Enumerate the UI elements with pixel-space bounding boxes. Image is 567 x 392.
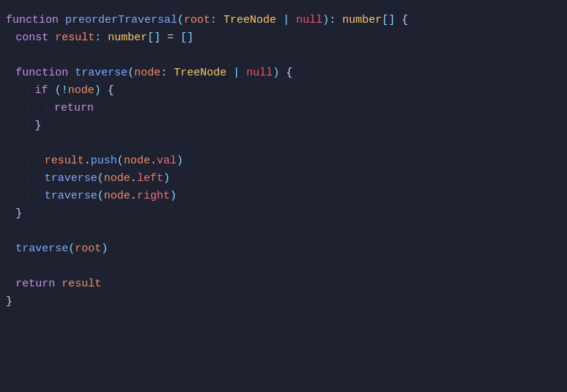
token-type-name: number bbox=[108, 29, 147, 47]
indent-dots: · · · bbox=[6, 85, 35, 98]
token-bracket: [] bbox=[147, 29, 160, 47]
code-line bbox=[0, 223, 567, 240]
code-line: · · · · · return bbox=[0, 100, 567, 117]
token-plain: { bbox=[279, 64, 292, 82]
code-line: · · · if (!node) { bbox=[0, 82, 567, 100]
token-plain: = bbox=[160, 29, 180, 47]
token-traverse-call: traverse bbox=[15, 240, 68, 258]
token-punct: : bbox=[160, 64, 174, 82]
token-prop: right bbox=[137, 188, 170, 205]
token-var-name: result bbox=[55, 29, 94, 47]
indent-dots: · · · bbox=[6, 120, 35, 133]
token-kw-function: function bbox=[6, 12, 59, 29]
code-line: · · · · traverse(node.right) bbox=[0, 188, 567, 205]
token-param-name: root bbox=[184, 12, 210, 29]
token-plain bbox=[48, 29, 55, 47]
token-prop: val bbox=[157, 152, 177, 170]
token-bracket: ( bbox=[127, 64, 134, 82]
code-line: · · · · result.push(node.val) bbox=[0, 152, 567, 170]
token-bracket: ) bbox=[170, 188, 177, 205]
token-bracket: ) bbox=[163, 170, 170, 188]
token-method: push bbox=[91, 152, 117, 170]
indent-dots: · · · · · bbox=[6, 103, 54, 116]
indent-dots: · bbox=[6, 67, 15, 81]
code-line: } bbox=[0, 293, 567, 311]
code-line: · · · · traverse(node.left) bbox=[0, 170, 567, 188]
token-op: | bbox=[233, 64, 240, 82]
token-plain bbox=[226, 64, 233, 82]
token-kw-null: null bbox=[296, 12, 322, 29]
token-bracket: ( bbox=[55, 82, 62, 100]
token-plain: { bbox=[101, 82, 114, 100]
token-plain: { bbox=[395, 12, 408, 29]
token-bracket: ( bbox=[177, 12, 184, 29]
token-type-name: number bbox=[342, 12, 382, 29]
token-op: ! bbox=[62, 82, 68, 100]
token-bracket: [] bbox=[382, 12, 395, 29]
indent-dots: · bbox=[6, 208, 15, 221]
indent-dots: · bbox=[6, 243, 15, 256]
token-plain: . bbox=[130, 188, 137, 205]
token-kw-null: null bbox=[246, 64, 273, 82]
token-fn-name: preorderTraversal bbox=[65, 12, 177, 29]
token-plain: } bbox=[35, 117, 42, 135]
code-line: · function traverse(node: TreeNode | nul… bbox=[0, 64, 567, 82]
token-plain bbox=[55, 275, 62, 293]
token-prop: left bbox=[137, 170, 163, 188]
token-traverse-call: traverse bbox=[45, 188, 97, 205]
token-type-name: TreeNode bbox=[174, 64, 226, 82]
token-param-name: node bbox=[124, 152, 150, 170]
token-result-var: result bbox=[45, 152, 84, 170]
indent-dots: · · · · bbox=[6, 191, 45, 204]
token-bracket: ) bbox=[94, 82, 101, 100]
indent-dots: · bbox=[6, 32, 15, 45]
token-bracket: ) bbox=[177, 152, 183, 170]
token-bracket: [] bbox=[180, 29, 193, 47]
token-plain bbox=[48, 82, 55, 100]
code-line: · const result: number[] = [] bbox=[0, 29, 567, 47]
token-type-name: TreeNode bbox=[223, 12, 276, 29]
indent-dots: · bbox=[6, 278, 15, 292]
token-punct: : bbox=[329, 12, 342, 29]
code-line: · } bbox=[0, 205, 567, 223]
code-line: · · · } bbox=[0, 117, 567, 135]
indent-dots: · · · · bbox=[6, 155, 45, 169]
indent-dots: · · · · bbox=[6, 173, 45, 186]
code-editor: function preorderTraversal(root: TreeNod… bbox=[0, 9, 567, 314]
token-bracket: ( bbox=[97, 170, 104, 188]
code-line bbox=[0, 258, 567, 275]
token-plain bbox=[276, 12, 283, 29]
token-plain bbox=[240, 64, 246, 82]
token-traverse-call: traverse bbox=[45, 170, 97, 188]
token-param-name: node bbox=[68, 82, 94, 100]
token-plain: . bbox=[150, 152, 157, 170]
token-plain bbox=[289, 12, 296, 29]
token-plain: . bbox=[130, 170, 137, 188]
token-kw-if: if bbox=[35, 82, 48, 100]
token-plain bbox=[68, 64, 75, 82]
code-line: function preorderTraversal(root: TreeNod… bbox=[0, 12, 567, 29]
token-bracket: ) bbox=[322, 12, 329, 29]
token-punct: : bbox=[94, 29, 108, 47]
code-line: · return result bbox=[0, 275, 567, 293]
token-bracket: ) bbox=[273, 64, 279, 82]
token-op: | bbox=[283, 12, 289, 29]
code-line: · traverse(root) bbox=[0, 240, 567, 258]
token-fn-name: traverse bbox=[75, 64, 127, 82]
token-param-name: node bbox=[134, 64, 160, 82]
token-param-name: root bbox=[75, 240, 101, 258]
token-plain: . bbox=[84, 152, 91, 170]
token-kw-const: const bbox=[15, 29, 48, 47]
token-bracket: ( bbox=[117, 152, 124, 170]
token-kw-return: return bbox=[54, 100, 94, 117]
token-plain: } bbox=[6, 293, 12, 311]
token-bracket: ( bbox=[97, 188, 104, 205]
code-line bbox=[0, 135, 567, 152]
code-line bbox=[0, 47, 567, 64]
token-kw-return: return bbox=[15, 275, 55, 293]
token-result-var: result bbox=[62, 275, 101, 293]
token-bracket: ( bbox=[68, 240, 75, 258]
token-plain: } bbox=[15, 205, 22, 223]
token-plain bbox=[59, 12, 65, 29]
token-param-name: node bbox=[104, 188, 130, 205]
